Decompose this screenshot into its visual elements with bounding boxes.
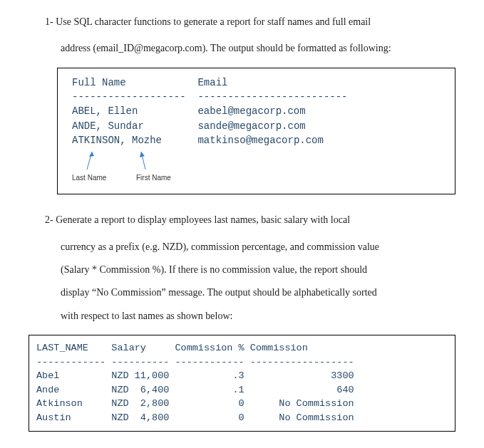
- cell-email: eabel@megacorp.com: [197, 105, 305, 117]
- cell-last: Abel: [36, 370, 59, 381]
- q2-line4: display “No Commission” message. The out…: [29, 285, 455, 301]
- q2-line1: 2- Generate a report to display employee…: [29, 212, 455, 228]
- q1-line1: 1- Use SQL character functions to genera…: [29, 14, 455, 30]
- label-last-name: Last Name: [72, 172, 106, 184]
- arrow-annotations: Last Name First Name: [72, 151, 441, 187]
- col-header-last: LAST_NAME: [36, 343, 88, 353]
- q1-output-box: Full Name Email ------------------- ----…: [57, 68, 455, 194]
- cell-pct: .3: [232, 370, 244, 381]
- cell-comm: No Commission: [279, 398, 354, 409]
- col-header-fullname: Full Name: [72, 77, 126, 88]
- dash-line: ------------: [36, 357, 105, 368]
- cell-name: ATKINSON, Mozhe: [72, 135, 162, 146]
- q2-line2: currency as a prefix (e.g. NZD), commiss…: [29, 239, 455, 255]
- arrow-up-icon: [76, 150, 98, 171]
- q2-table: LAST_NAME Salary Commission % Commission…: [36, 341, 448, 424]
- label-first-name: First Name: [136, 172, 171, 184]
- dash-line: ----------: [111, 357, 169, 368]
- cell-pct: .1: [232, 385, 244, 395]
- cell-salary: NZD 4,800: [111, 412, 169, 423]
- dash-line: ------------: [175, 357, 244, 368]
- cell-email: sande@megacorp.com: [197, 120, 305, 132]
- col-header-email: Email: [197, 77, 227, 88]
- svg-marker-3: [140, 152, 145, 157]
- q2-line5: with respect to last names as shown belo…: [29, 308, 455, 324]
- arrow-up-icon: [140, 150, 161, 171]
- cell-comm: 640: [336, 385, 354, 395]
- question-1: 1- Use SQL character functions to genera…: [29, 14, 455, 194]
- cell-last: Ande: [36, 385, 59, 395]
- q2-line3: (Salary * Commission %). If there is no …: [29, 262, 455, 278]
- cell-pct: 0: [239, 398, 244, 409]
- question-2: 2- Generate a report to display employee…: [29, 212, 455, 431]
- dash-line: ------------------: [250, 357, 354, 368]
- cell-pct: 0: [239, 412, 244, 423]
- q1-table: Full Name Email ------------------- ----…: [72, 75, 441, 147]
- cell-salary: NZD 6,400: [111, 385, 169, 395]
- cell-comm: 3300: [331, 370, 354, 381]
- cell-comm: No Commission: [279, 412, 354, 423]
- col-header-comm: Commission: [250, 343, 308, 353]
- cell-email: matkinso@megacorp.com: [197, 135, 323, 146]
- cell-salary: NZD 11,000: [111, 370, 169, 381]
- dash-line: -------------------------: [197, 91, 347, 103]
- col-header-commpct: Commission %: [175, 343, 244, 353]
- cell-name: ABEL, Ellen: [72, 105, 138, 117]
- dash-line: -------------------: [72, 91, 186, 103]
- q2-output-box: LAST_NAME Salary Commission % Commission…: [29, 335, 455, 431]
- q1-line2: address (email_ID@megacorp.com). The out…: [29, 41, 455, 56]
- cell-name: ANDE, Sundar: [72, 120, 144, 132]
- cell-last: Atkinson: [36, 398, 83, 409]
- svg-marker-1: [89, 152, 94, 157]
- cell-last: Austin: [36, 412, 71, 423]
- col-header-salary: Salary: [111, 343, 146, 353]
- cell-salary: NZD 2,800: [111, 398, 169, 409]
